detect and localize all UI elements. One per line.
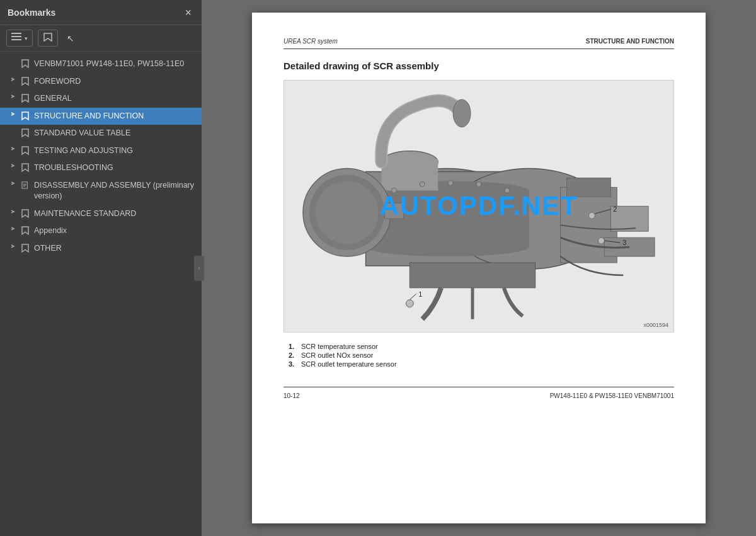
bookmark-label: VENBM71001 PW148-11E0, PW158-11E0 [34,59,197,70]
header-right: STRUCTURE AND FUNCTION [586,38,674,45]
main-content: UREA SCR system STRUCTURE AND FUNCTION D… [202,0,756,536]
page-header: UREA SCR system STRUCTURE AND FUNCTION [284,38,674,49]
expand-arrow-icon [8,181,18,186]
bookmark-label: TESTING AND ADJUSTING [34,145,197,157]
svg-text:3: 3 [622,239,626,246]
bookmark-label: GENERAL [34,93,197,105]
svg-rect-12 [382,159,438,191]
legend-number: 3. [289,360,299,368]
bookmark-icon [20,111,30,120]
svg-point-13 [453,100,471,127]
section-title: Detailed drawing of SCR assembly [284,60,674,71]
expand-arrow-icon [8,163,18,168]
sidebar-item-structure-and-function[interactable]: STRUCTURE AND FUNCTION [0,108,202,125]
sidebar-item-foreword[interactable]: FOREWORD [0,73,202,91]
legend-item-2: 2.SCR outlet NOx sensor [289,351,674,359]
footer-doc-info: PW148-11E0 & PW158-11E0 VENBM71001 [550,392,674,399]
legend-text: SCR temperature sensor [301,343,378,350]
sidebar-title: Bookmarks [8,8,55,18]
bookmark-icon [20,94,30,103]
svg-point-28 [406,300,413,307]
bookmark-icon [20,244,30,253]
expand-arrow-icon [8,94,18,99]
bookmark-label: TROUBLESHOOTING [34,163,197,174]
sidebar-item-maintenance-standard[interactable]: MAINTENANCE STANDARD [0,205,202,223]
svg-point-27 [505,188,510,193]
legend-list: 1.SCR temperature sensor2.SCR outlet NOx… [284,343,674,368]
sidebar-item-troubleshooting[interactable]: TROUBLESHOOTING [0,159,202,177]
sidebar-item-testing-and-adjusting[interactable]: TESTING AND ADJUSTING [0,142,202,160]
sidebar-item-general[interactable]: GENERAL [0,90,202,108]
bookmark-icon [20,163,30,172]
legend-item-1: 1.SCR temperature sensor [289,343,674,350]
svg-point-23 [391,188,396,193]
svg-point-24 [420,181,425,186]
svg-point-26 [476,181,481,186]
svg-rect-22 [410,263,535,288]
legend-number: 1. [289,343,299,350]
sidebar-item-appendix[interactable]: Appendix [0,222,202,240]
sidebar-item-venbm71001[interactable]: VENBM71001 PW148-11E0, PW158-11E0 [0,55,202,73]
expand-arrow-icon [8,226,18,231]
legend-text: SCR outlet NOx sensor [301,351,373,359]
sidebar-resizer[interactable]: ‹ [197,0,202,536]
bookmark-icon [20,181,30,190]
sidebar-item-disassembly-and-assembly[interactable]: DISASSEMBLY AND ASSEMBLY (preliminary ve… [0,177,202,205]
expand-arrow-icon [8,146,18,151]
bookmark-view-button[interactable] [38,30,58,47]
bookmark-icon [20,59,30,68]
svg-rect-17 [384,203,403,219]
sidebar-toolbar: ▾ ↖ [0,25,202,52]
sidebar: Bookmarks × ▾ ↖ VENBM71001 PW1 [0,0,202,536]
svg-text:1: 1 [418,290,422,298]
list-view-button[interactable]: ▾ [6,30,33,47]
svg-point-10 [366,237,529,256]
bookmark-label: Appendix [34,225,197,237]
close-button[interactable]: × [182,6,194,20]
svg-point-31 [588,212,595,219]
dropdown-arrow-icon: ▾ [25,35,28,42]
svg-rect-1 [11,36,21,37]
svg-text:2: 2 [613,205,617,213]
bookmark-label: MAINTENANCE STANDARD [34,208,197,220]
svg-rect-0 [11,33,21,34]
expand-arrow-icon [8,77,18,82]
bookmark-label: DISASSEMBLY AND ASSEMBLY (preliminary ve… [34,180,197,202]
sidebar-item-standard-value-table[interactable]: STANDARD VALUE TABLE [0,125,202,142]
legend-item-3: 3.SCR outlet temperature sensor [289,360,674,368]
svg-point-25 [448,180,453,185]
footer-page-number: 10-12 [284,392,300,399]
svg-rect-19 [567,178,611,197]
resize-handle[interactable]: ‹ [194,256,204,281]
diagram-container: 1 2 3 AUTOPDF.NET x0001594 [284,80,674,333]
expand-arrow-icon [8,111,18,117]
svg-point-34 [598,237,604,244]
expand-arrow-icon [8,209,18,214]
bookmark-icon [20,77,30,86]
sidebar-item-other[interactable]: OTHER [0,240,202,258]
bookmark-list: VENBM71001 PW148-11E0, PW158-11E0 FOREWO… [0,52,202,536]
expand-arrow-icon [8,244,18,249]
bookmark-icon [20,128,30,137]
bookmark-list-icon [43,32,53,44]
page-container: UREA SCR system STRUCTURE AND FUNCTION D… [252,13,706,523]
list-icon [11,32,23,44]
svg-point-16 [316,181,379,244]
svg-rect-2 [11,39,21,40]
engine-diagram: 1 2 3 [284,81,673,332]
bookmark-label: STANDARD VALUE TABLE [34,128,197,139]
cursor-pointer-icon: ↖ [67,33,74,43]
bookmark-label: FOREWORD [34,76,197,88]
diagram-code: x0001594 [643,322,668,328]
bookmark-label: STRUCTURE AND FUNCTION [34,111,197,122]
sidebar-header: Bookmarks × [0,0,202,25]
page-footer: 10-12 PW148-11E0 & PW158-11E0 VENBM71001 [284,387,674,399]
bookmark-icon [20,146,30,155]
legend-number: 2. [289,351,299,359]
header-left: UREA SCR system [284,38,338,45]
bookmark-label: OTHER [34,243,197,254]
bookmark-icon [20,209,30,218]
bookmark-icon [20,226,30,235]
legend-text: SCR outlet temperature sensor [301,360,397,368]
